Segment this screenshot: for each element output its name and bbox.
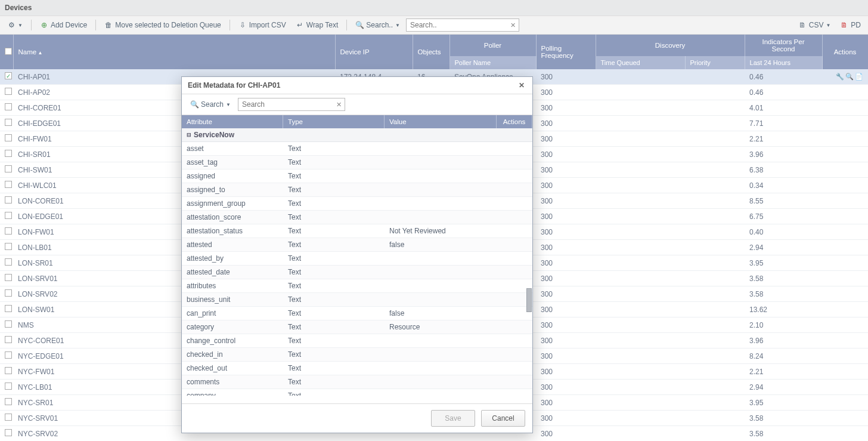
row-checkbox[interactable] xyxy=(0,302,13,317)
row-checkbox[interactable] xyxy=(0,131,13,147)
col-polling-freq[interactable]: Polling Frequency xyxy=(536,35,596,69)
search-dropdown[interactable]: 🔍 Search.. ▼ xyxy=(352,19,404,31)
col-actions[interactable]: Actions xyxy=(822,35,868,69)
dialog-close-button[interactable]: ✕ xyxy=(517,81,526,90)
dialog-search-input[interactable] xyxy=(238,98,345,111)
export-pdf-button[interactable]: 🗎 PD xyxy=(836,19,864,31)
metadata-row[interactable]: can_printTextfalse xyxy=(182,307,532,320)
row-checkbox[interactable] xyxy=(0,426,13,442)
row-checkbox[interactable] xyxy=(0,209,13,224)
col-poller-name[interactable]: Poller Name xyxy=(450,56,536,69)
col-device-ip[interactable]: Device IP xyxy=(335,35,413,69)
cell-priority xyxy=(685,224,745,240)
save-button[interactable]: Save xyxy=(431,410,475,427)
cell-value xyxy=(385,293,497,306)
metadata-row[interactable]: assigned_toText xyxy=(182,183,532,197)
row-checkbox[interactable] xyxy=(0,85,13,100)
row-checkbox[interactable] xyxy=(0,100,13,116)
metadata-row[interactable]: companyText xyxy=(182,389,532,396)
col-ips-group[interactable]: Indicators Per Second xyxy=(745,35,822,56)
row-checkbox[interactable] xyxy=(0,240,13,255)
dialog-footer: Save Cancel xyxy=(182,404,532,433)
action-icon[interactable]: 🔍 xyxy=(845,73,854,81)
cell-actions xyxy=(497,238,532,251)
cell-value xyxy=(385,252,497,265)
cell-actions xyxy=(822,240,868,255)
row-checkbox[interactable] xyxy=(0,255,13,271)
row-checkbox[interactable] xyxy=(0,380,13,395)
metadata-row[interactable]: attestedTextfalse xyxy=(182,238,532,252)
metadata-row[interactable]: assignedText xyxy=(182,169,532,183)
row-checkbox[interactable] xyxy=(0,411,13,426)
scrollbar-thumb[interactable] xyxy=(526,288,532,312)
row-checkbox[interactable] xyxy=(0,224,13,240)
cell-time-queued xyxy=(596,116,685,131)
add-device-button[interactable]: ⊕ Add Device xyxy=(36,19,91,31)
row-checkbox[interactable] xyxy=(0,395,13,411)
metadata-row[interactable]: attestation_statusTextNot Yet Reviewed xyxy=(182,224,532,238)
col-objects[interactable]: Objects xyxy=(413,35,450,69)
toolbar-separator xyxy=(230,20,230,30)
action-icon[interactable]: 🔧 xyxy=(836,73,844,81)
metadata-row[interactable]: categoryTextResource xyxy=(182,320,532,334)
wrap-text-button[interactable]: ↵ Wrap Text xyxy=(292,19,342,31)
row-checkbox[interactable] xyxy=(0,193,13,209)
col-value[interactable]: Value xyxy=(385,115,497,128)
search-input[interactable] xyxy=(406,18,519,32)
cancel-button[interactable]: Cancel xyxy=(481,410,525,427)
metadata-row[interactable]: business_unitText xyxy=(182,293,532,307)
metadata-row[interactable]: attested_dateText xyxy=(182,266,532,279)
export-csv-button[interactable]: 🗎 CSV ▼ xyxy=(795,19,835,31)
import-csv-button[interactable]: ⇩ Import CSV xyxy=(235,19,290,31)
cell-last24: 2.94 xyxy=(745,380,822,395)
row-checkbox[interactable] xyxy=(0,286,13,302)
row-checkbox[interactable] xyxy=(0,364,13,380)
cell-actions xyxy=(497,389,532,396)
col-poller-group[interactable]: Poller xyxy=(450,35,536,56)
chevron-down-icon: ▼ xyxy=(226,102,231,107)
cell-priority xyxy=(685,116,745,131)
metadata-row[interactable]: commentsText xyxy=(182,375,532,389)
row-checkbox[interactable] xyxy=(0,69,13,85)
metadata-row[interactable]: checked_outText xyxy=(182,362,532,375)
cell-priority xyxy=(685,255,745,271)
metadata-row[interactable]: attested_byText xyxy=(182,252,532,266)
col-time-queued[interactable]: Time Queued xyxy=(596,56,685,69)
cell-time-queued xyxy=(596,349,685,364)
cell-attribute: comments xyxy=(182,375,283,388)
row-checkbox[interactable] xyxy=(0,178,13,193)
col-priority[interactable]: Priority xyxy=(685,56,745,69)
metadata-row[interactable]: asset_tagText xyxy=(182,156,532,169)
col-name[interactable]: Name xyxy=(13,35,335,69)
metadata-rows[interactable]: ⊟ ServiceNow assetTextasset_tagTextassig… xyxy=(182,128,532,396)
metadata-row[interactable]: change_controlText xyxy=(182,334,532,348)
metadata-row[interactable]: assetText xyxy=(182,142,532,156)
row-checkbox[interactable] xyxy=(0,333,13,349)
row-checkbox[interactable] xyxy=(0,162,13,178)
cell-freq: 300 xyxy=(536,286,596,302)
col-discovery-group[interactable]: Discovery xyxy=(596,35,745,56)
metadata-row[interactable]: attestation_scoreText xyxy=(182,211,532,224)
dialog-search-dropdown[interactable]: 🔍 Search ▼ xyxy=(187,98,234,110)
row-checkbox[interactable] xyxy=(0,116,13,131)
move-to-deletion-button[interactable]: 🗑 Move selected to Deletion Queue xyxy=(101,19,224,31)
col-actions[interactable]: Actions xyxy=(497,115,532,128)
gear-menu[interactable]: ⚙ ▼ xyxy=(4,19,26,31)
action-icon[interactable]: 📄 xyxy=(855,73,863,81)
header-checkbox[interactable] xyxy=(0,35,13,69)
row-checkbox[interactable] xyxy=(0,349,13,364)
col-attribute[interactable]: Attribute xyxy=(182,115,283,128)
row-checkbox[interactable] xyxy=(0,271,13,286)
cell-last24: 3.58 xyxy=(745,426,822,442)
row-checkbox[interactable] xyxy=(0,147,13,162)
col-type[interactable]: Type xyxy=(283,115,385,128)
metadata-group-servicenow[interactable]: ⊟ ServiceNow xyxy=(182,128,532,142)
col-last24[interactable]: Last 24 Hours xyxy=(745,56,822,69)
dialog-search-clear[interactable]: ✕ xyxy=(334,100,344,109)
search-clear-button[interactable]: ✕ xyxy=(509,20,518,30)
metadata-row[interactable]: checked_inText xyxy=(182,348,532,362)
move-to-deletion-label: Move selected to Deletion Queue xyxy=(115,21,221,29)
metadata-row[interactable]: assignment_groupText xyxy=(182,197,532,211)
row-checkbox[interactable] xyxy=(0,317,13,333)
metadata-row[interactable]: attributesText xyxy=(182,279,532,293)
